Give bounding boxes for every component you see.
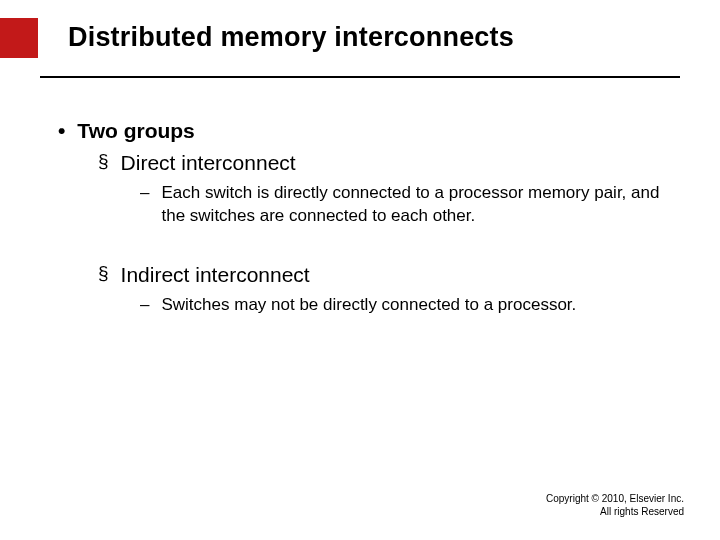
copyright-line2: All rights Reserved: [546, 505, 684, 518]
title-divider: [40, 76, 680, 78]
copyright-footer: Copyright © 2010, Elsevier Inc. All righ…: [546, 492, 684, 518]
bullet-lvl2-text: Direct interconnect: [121, 149, 296, 176]
accent-tab: [0, 18, 38, 58]
bullet-lvl2: § Indirect interconnect: [98, 261, 672, 288]
bullet-lvl2-text: Indirect interconnect: [121, 261, 310, 288]
bullet-lvl3-text: Each switch is directly connected to a p…: [161, 182, 672, 226]
bullet-dot-icon: •: [58, 118, 65, 143]
bullet-lvl3-text: Switches may not be directly connected t…: [161, 294, 576, 316]
bullet-lvl2: § Direct interconnect: [98, 149, 672, 176]
bullet-lvl3: – Switches may not be directly connected…: [140, 294, 672, 316]
bullet-lvl1-text: Two groups: [77, 118, 194, 143]
bullet-square-icon: §: [98, 149, 109, 174]
slide: Distributed memory interconnects • Two g…: [0, 0, 720, 540]
spacer: [58, 227, 672, 255]
content-area: • Two groups § Direct interconnect – Eac…: [58, 118, 672, 316]
slide-title: Distributed memory interconnects: [68, 22, 514, 53]
bullet-lvl1: • Two groups: [58, 118, 672, 143]
copyright-line1: Copyright © 2010, Elsevier Inc.: [546, 492, 684, 505]
bullet-dash-icon: –: [140, 182, 149, 204]
bullet-lvl3: – Each switch is directly connected to a…: [140, 182, 672, 226]
bullet-square-icon: §: [98, 261, 109, 286]
bullet-dash-icon: –: [140, 294, 149, 316]
